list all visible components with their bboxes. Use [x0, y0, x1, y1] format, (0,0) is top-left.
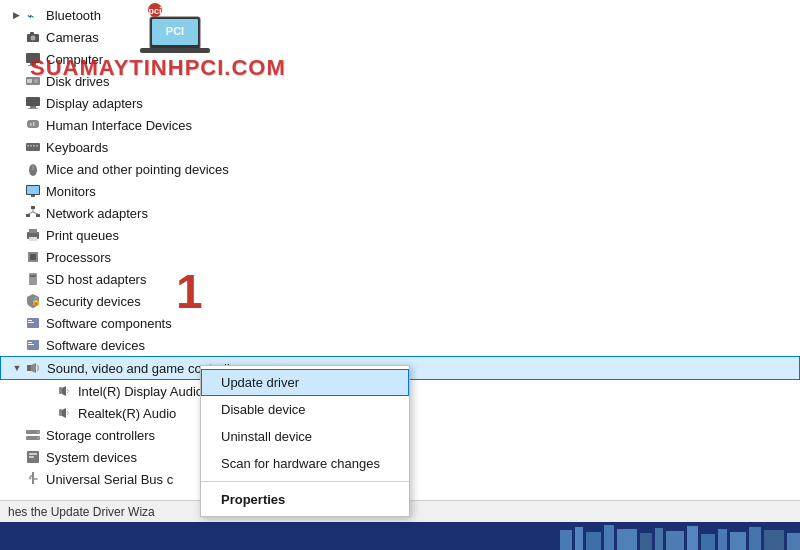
processors-label: Processors [46, 250, 111, 265]
svg-rect-61 [29, 453, 37, 455]
expand-icon[interactable] [8, 73, 24, 89]
storage-controllers-icon [24, 426, 42, 444]
intel-audio-label: Intel(R) Display Audio [78, 384, 203, 399]
expand-icon[interactable] [40, 383, 56, 399]
svg-marker-53 [31, 363, 36, 373]
tree-item-bluetooth[interactable]: ▶⌁Bluetooth [0, 4, 800, 26]
print-queues-icon [24, 226, 42, 244]
svg-rect-20 [30, 123, 32, 126]
expand-icon[interactable] [8, 117, 24, 133]
context-menu-item-disable-device[interactable]: Disable device [201, 396, 409, 423]
tree-item-sd-host[interactable]: SD host adapters [0, 268, 800, 290]
svg-rect-80 [730, 532, 746, 550]
svg-rect-22 [26, 143, 40, 151]
expand-icon[interactable] [8, 29, 24, 45]
taskbar-cityscape [0, 522, 800, 550]
expand-icon[interactable] [8, 471, 24, 487]
expand-icon[interactable] [8, 205, 24, 221]
tree-item-monitors[interactable]: Monitors [0, 180, 800, 202]
svg-rect-50 [28, 342, 32, 343]
monitors-label: Monitors [46, 184, 96, 199]
svg-rect-55 [59, 409, 62, 416]
svg-rect-83 [787, 533, 800, 550]
svg-text:🔒: 🔒 [31, 296, 41, 306]
tree-item-disk-drives[interactable]: Disk drives [0, 70, 800, 92]
tree-item-network-adapters[interactable]: Network adapters [0, 202, 800, 224]
hid-label: Human Interface Devices [46, 118, 192, 133]
svg-rect-42 [30, 254, 36, 260]
svg-rect-17 [30, 106, 36, 108]
expand-icon[interactable] [8, 139, 24, 155]
svg-rect-39 [29, 229, 37, 233]
tree-item-keyboards[interactable]: Keyboards [0, 136, 800, 158]
tree-item-software-components[interactable]: Software components [0, 312, 800, 334]
expand-icon[interactable]: ▼ [9, 360, 25, 376]
svg-rect-16 [26, 97, 40, 106]
svg-rect-70 [575, 527, 583, 550]
svg-rect-25 [33, 145, 35, 147]
expand-icon[interactable] [8, 337, 24, 353]
svg-rect-79 [718, 529, 727, 550]
expand-icon[interactable] [8, 161, 24, 177]
context-menu-item-uninstall-device[interactable]: Uninstall device [201, 423, 409, 450]
storage-controllers-label: Storage controllers [46, 428, 155, 443]
cameras-label: Cameras [46, 30, 99, 45]
context-menu-item-scan-changes[interactable]: Scan for hardware changes [201, 450, 409, 477]
tree-item-software-devices[interactable]: Software devices [0, 334, 800, 356]
context-menu-item-update-driver[interactable]: Update driver [201, 369, 409, 396]
universal-serial-label: Universal Serial Bus c [46, 472, 173, 487]
realtek-audio-icon [56, 404, 74, 422]
bluetooth-icon: ⌁ [24, 6, 42, 24]
svg-rect-69 [560, 530, 572, 550]
expand-icon[interactable] [8, 227, 24, 243]
svg-point-66 [29, 477, 32, 480]
expand-icon[interactable] [8, 315, 24, 331]
print-queues-label: Print queues [46, 228, 119, 243]
expand-icon[interactable] [8, 249, 24, 265]
monitors-icon [24, 182, 42, 200]
tree-item-hid[interactable]: Human Interface Devices [0, 114, 800, 136]
tree-item-mice[interactable]: Mice and other pointing devices [0, 158, 800, 180]
expand-icon[interactable] [40, 405, 56, 421]
keyboards-icon [24, 138, 42, 156]
taskbar [0, 522, 800, 550]
hid-icon [24, 116, 42, 134]
computer-icon [24, 50, 42, 68]
tree-item-cameras[interactable]: Cameras [0, 26, 800, 48]
display-adapters-label: Display adapters [46, 96, 143, 111]
expand-icon[interactable] [8, 427, 24, 443]
sound-video-icon [25, 359, 43, 377]
svg-rect-9 [30, 32, 34, 35]
svg-rect-54 [59, 387, 62, 394]
universal-serial-icon [24, 470, 42, 488]
svg-rect-76 [666, 531, 684, 550]
software-components-label: Software components [46, 316, 172, 331]
svg-rect-73 [617, 529, 637, 550]
tree-item-print-queues[interactable]: Print queues [0, 224, 800, 246]
svg-rect-77 [687, 526, 698, 550]
display-adapters-icon [24, 94, 42, 112]
expand-icon[interactable] [8, 51, 24, 67]
tree-item-processors[interactable]: Processors [0, 246, 800, 268]
svg-rect-12 [28, 65, 38, 66]
expand-icon[interactable] [8, 95, 24, 111]
tree-item-display-adapters[interactable]: Display adapters [0, 92, 800, 114]
disk-drives-icon [24, 72, 42, 90]
svg-rect-34 [36, 214, 40, 217]
expand-icon[interactable] [8, 271, 24, 287]
processors-icon [24, 248, 42, 266]
context-menu-separator [201, 481, 409, 482]
tree-item-security-devices[interactable]: 🔒Security devices [0, 290, 800, 312]
bluetooth-label: Bluetooth [46, 8, 101, 23]
network-adapters-icon [24, 204, 42, 222]
context-menu: Update driverDisable deviceUninstall dev… [200, 365, 410, 517]
context-menu-item-properties[interactable]: Properties [201, 486, 409, 513]
expand-icon[interactable] [8, 183, 24, 199]
svg-rect-67 [35, 478, 38, 480]
expand-icon[interactable] [8, 293, 24, 309]
svg-line-37 [33, 212, 38, 214]
expand-icon[interactable]: ▶ [8, 7, 24, 23]
tree-item-computer[interactable]: Computer [0, 48, 800, 70]
expand-icon[interactable] [8, 449, 24, 465]
svg-rect-78 [701, 534, 715, 550]
